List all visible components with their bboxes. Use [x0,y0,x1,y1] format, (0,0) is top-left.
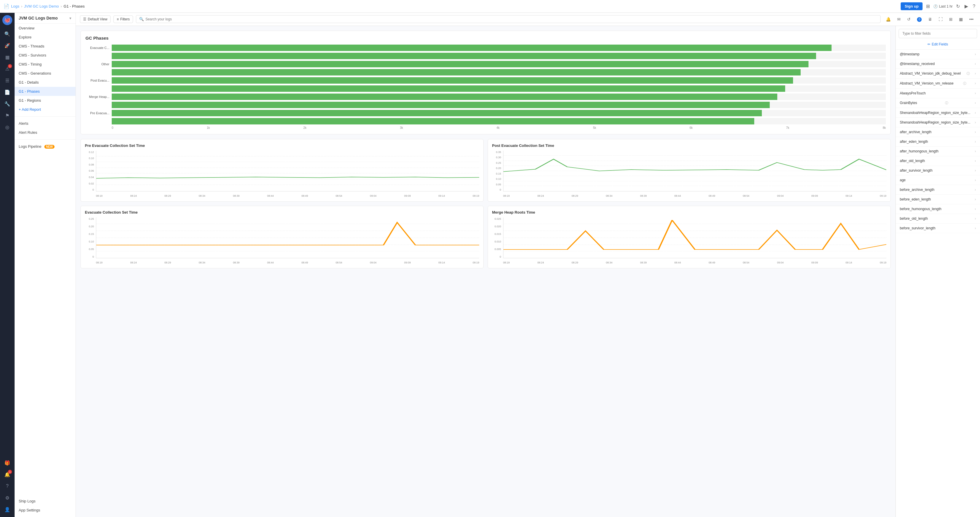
email-icon-btn[interactable]: ✉ [895,16,903,23]
filters-button[interactable]: ≡ Filters [113,16,133,23]
more-options-btn[interactable]: ••• [967,16,976,23]
field-item-abstract-vm[interactable]: Abstract_VM_Version_vm_release ⓘ › [896,79,980,89]
settings-nav-icon[interactable]: ⚙ [2,493,13,503]
field-chevron-18: › [975,226,976,230]
chart-pre-evacuate-area: 0.120.100.080.060.040.020 [85,151,479,197]
field-item-before-eden[interactable]: before_eden_length › [896,195,980,204]
nav-item-cms-generations[interactable]: CMS - Generations [14,69,76,78]
field-chevron-4: › [975,91,976,95]
field-item-after-old[interactable]: after_old_length › [896,156,980,166]
bar-track-3 [112,69,886,76]
nav-item-app-settings[interactable]: App Settings [14,506,76,515]
nav-item-logs-pipeline[interactable]: Logs Pipeline NEW [14,142,76,151]
circles-nav-icon[interactable]: ◎ [2,122,13,132]
monitor-icon-btn[interactable]: 🖥 [926,16,934,23]
add-report-button[interactable]: + Add Report [14,105,76,114]
signup-button[interactable]: Sign up [900,2,923,10]
bar-track-0 [112,44,886,51]
field-item-after-archive[interactable]: after_archive_length › [896,127,980,137]
filter-count-btn[interactable]: 0 [915,15,924,23]
icon-sidebar: 🐙 🔍 🚀 ▦ ⚠1 ☰ 📄 🔧 ⚑ ◎ 🎁 🔔1 ? ⚙ 👤 [0,13,14,517]
field-item-after-eden[interactable]: after_eden_length › [896,137,980,147]
nav-item-g1-phases[interactable]: G1 - Phases [14,87,76,96]
columns-icon-btn[interactable]: ⊞ [947,16,955,23]
field-item-after-survivor[interactable]: after_survivor_length › [896,166,980,176]
axis-6k: 6k [689,126,693,129]
field-item-age[interactable]: age › [896,176,980,185]
field-item-grain-bytes[interactable]: GrainBytes ⓘ › [896,98,980,108]
field-chevron-15: › [975,197,976,201]
field-item-shenandoah-2[interactable]: ShenandoahHeapRegion_region_size_byte...… [896,118,980,127]
expand-icon-btn[interactable]: ⛶ [936,16,945,23]
grid-icon-btn[interactable]: ⊞ [925,2,931,10]
bar-row-7 [86,102,886,108]
undo-icon-btn[interactable]: ↺ [905,16,913,23]
nav-item-ship-logs[interactable]: Ship Logs [14,496,76,506]
field-info-5: ⓘ [945,101,948,105]
bar-row-6: Merge Heap... [86,94,886,100]
field-name-before-old: before_old_length [900,217,928,220]
field-item-shenandoah-1[interactable]: ShenandoahHeapRegion_region_size_byte...… [896,108,980,118]
field-item-before-humongous[interactable]: before_humongous_length › [896,204,980,214]
dashboard-nav-icon[interactable]: ▦ [2,52,13,62]
help-button[interactable]: ? [972,3,977,10]
axis-7k: 7k [786,126,789,129]
field-item-before-old[interactable]: before_old_length › [896,214,980,224]
nav-item-alert-rules[interactable]: Alert Rules [14,128,76,137]
flag-nav-icon[interactable]: ⚑ [2,110,13,121]
app-logo[interactable]: 🐙 [2,15,12,25]
bar-track-6 [112,94,886,100]
bar-track-7 [112,102,886,108]
nav-item-cms-timing[interactable]: CMS - Timing [14,60,76,69]
gift-nav-icon[interactable]: 🎁 [2,458,13,468]
nav-item-g1-details[interactable]: G1 - Details [14,78,76,87]
bottom-icons: 🎁 🔔1 ? ⚙ 👤 [2,458,13,515]
field-item-always-pretouch[interactable]: AlwaysPreTouch › [896,89,980,98]
field-item-before-survivor[interactable]: before_survivor_length › [896,224,980,233]
notification-icon-btn[interactable]: 🔔 [883,16,893,23]
refresh-button[interactable]: ↻ [955,2,961,10]
default-view-button[interactable]: ☰ Default View [80,16,111,23]
chart-evacuate-area: 0.250.200.150.100.050 [85,217,479,264]
nav-item-cms-threads[interactable]: CMS - Threads [14,42,76,51]
nav-item-alerts[interactable]: Alerts [14,119,76,128]
field-item-abstract-jdk[interactable]: Abstract_VM_Version_jdk_debug_level ⓘ › [896,69,980,79]
chart-merge-heap-plot [503,217,886,258]
build-nav-icon[interactable]: 🔧 [2,98,13,109]
field-name-before-survivor: before_survivor_length [900,226,935,230]
chart-merge-heap-area: 0.0250.0200.0150.0100.0050 [492,217,886,264]
field-item-before-archive[interactable]: before_archive_length › [896,185,980,195]
field-chevron-3: › [975,81,976,86]
search-nav-icon[interactable]: 🔍 [2,29,13,39]
field-chevron-11: › [975,159,976,163]
nav-item-explore[interactable]: Explore [14,33,76,42]
nav-sidebar-chevron[interactable]: ▾ [69,16,72,21]
field-filter-input[interactable] [899,29,977,38]
nav-item-overview[interactable]: Overview [14,24,76,33]
field-item-timestamp-received[interactable]: @timestamp_received › [896,59,980,69]
list-nav-icon[interactable]: ☰ [2,75,13,86]
field-name-after-eden: after_eden_length [900,140,928,144]
help-nav-icon[interactable]: ? [2,481,13,492]
bar-axis: 0 1k 2k 3k 4k 5k 6k 7k 8k [86,126,886,129]
user-avatar[interactable]: 👤 [2,504,13,515]
field-item-after-humongous[interactable]: after_humongous_length › [896,147,980,156]
nav-item-cms-survivors[interactable]: CMS - Survivors [14,51,76,60]
search-input[interactable] [146,17,877,21]
nav-item-g1-regions[interactable]: G1 - Regions [14,96,76,105]
toolbar: ☰ Default View ≡ Filters 🔍 🔔 ✉ ↺ 0 🖥 ⛶ [76,13,980,26]
play-button[interactable]: ▶ [963,2,969,10]
field-info-3: ⓘ [963,81,966,86]
field-item-timestamp[interactable]: @timestamp › [896,49,980,59]
docs-nav-icon[interactable]: 📄 [2,87,13,97]
alert-nav-icon[interactable]: ⚠1 [2,63,13,74]
field-chevron-14: › [975,188,976,192]
breadcrumb-project[interactable]: JVM GC Logs Demo [24,4,59,8]
edit-fields-button[interactable]: ✏ Edit Fields [896,41,980,49]
chart-merge-heap-y-axis: 0.0250.0200.0150.0100.0050 [492,217,502,258]
bell-nav-icon[interactable]: 🔔1 [2,469,13,480]
breadcrumb-logs[interactable]: Logs [11,4,19,8]
table-icon-btn[interactable]: ▦ [957,16,965,23]
explore-nav-icon[interactable]: 🚀 [2,40,13,51]
field-name-after-survivor: after_survivor_length [900,168,932,173]
